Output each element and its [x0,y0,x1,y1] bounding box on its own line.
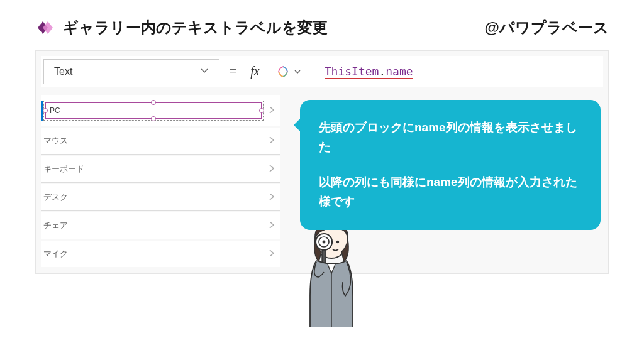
gallery-item-label: デスク [43,192,68,203]
gallery-item-label: マイク [43,248,68,259]
chevron-right-icon [269,221,275,231]
header-left: ギャラリー内のテキストラベルを変更 [35,18,328,38]
editor-area: Text = fx ThisItem.name [35,50,609,274]
formula-dot: . [379,65,386,79]
text-label-control[interactable]: PC [45,102,262,119]
speech-bubble: 先頭のブロックにname列の情報を表示させました 以降の列にも同様にname列の… [300,100,601,230]
chevron-right-icon [269,136,275,146]
gallery-item[interactable]: マイク [41,241,280,267]
chevron-right-icon [269,192,275,203]
gallery-item-label: PC [50,106,60,115]
formula-bar: Text = fx ThisItem.name [41,56,603,87]
character-illustration [297,214,367,327]
gallery-control[interactable]: PC マウス キーボード デスク [41,95,280,267]
selection-outline: PC [43,101,264,121]
gallery-item-label: チェア [43,220,68,231]
chevron-right-icon [269,106,275,116]
formula-property: name [386,65,413,79]
resize-handle[interactable] [43,108,48,113]
gallery-item-label: キーボード [43,163,84,175]
powerapps-icon [35,18,55,38]
gallery-item[interactable]: PC [41,95,280,126]
equals-label: = [226,64,240,79]
svg-point-4 [323,241,326,244]
gallery-item[interactable]: デスク [41,184,280,211]
gallery-item[interactable]: マウス [41,128,280,155]
formula-input[interactable]: ThisItem.name [314,58,601,84]
resize-handle[interactable] [151,116,156,121]
gallery-item-label: マウス [43,135,68,146]
chevron-right-icon [269,249,275,259]
property-dropdown[interactable]: Text [43,59,219,84]
copilot-icon [276,65,290,79]
svg-point-1 [336,241,339,243]
author-handle: @パワプラベース [485,18,609,38]
chevron-down-icon [200,66,209,77]
gallery-item[interactable]: キーボード [41,156,280,183]
formula-object: ThisItem [325,65,379,79]
resize-handle[interactable] [259,108,264,113]
gallery-item[interactable]: チェア [41,212,280,239]
speech-text-2: 以降の列にも同様にname列の情報が入力された様です [319,172,582,212]
page-title: ギャラリー内のテキストラベルを変更 [63,18,328,38]
fx-label: fx [247,64,263,79]
chevron-down-icon [294,68,301,75]
resize-handle[interactable] [151,100,156,105]
chevron-right-icon [269,164,275,175]
property-name: Text [54,66,72,77]
speech-text-1: 先頭のブロックにname列の情報を表示させました [319,117,582,157]
page-header: ギャラリー内のテキストラベルを変更 @パワプラベース [0,0,644,50]
format-color-button[interactable] [270,61,308,82]
